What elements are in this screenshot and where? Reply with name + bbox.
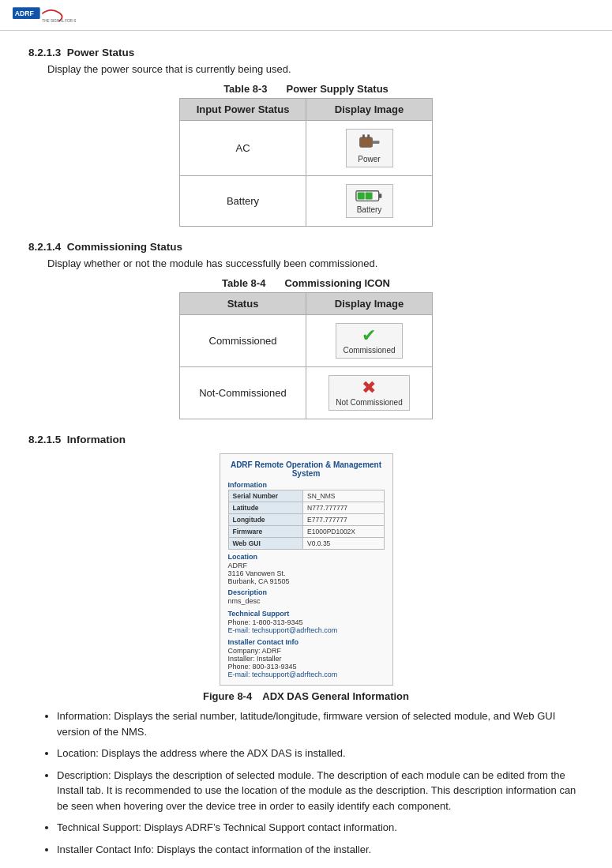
section-8213: 8.2.1.3 Power Status Display the power s… [28, 47, 584, 227]
table-8-4: Status Display Image Commissioned ✔ Comm… [179, 292, 433, 419]
tech-phone: Phone: 1-800-313-9345 [228, 618, 385, 626]
section-heading-8213: 8.2.1.3 Power Status [28, 47, 584, 58]
page-header: ADRF THE SIGNAL FOR SUCCESS [0, 0, 612, 31]
battery-icon [355, 188, 384, 204]
col-display-image-comm: Display Image [306, 293, 433, 315]
main-content: 8.2.1.3 Power Status Display the power s… [0, 31, 612, 868]
installer-company: Company: ADRF [228, 647, 385, 655]
figure-app-title: ADRF Remote Operation & Management Syste… [228, 460, 385, 478]
description-label: Description [228, 588, 385, 596]
table-row: AC Power [180, 121, 433, 176]
location-label: Location [228, 553, 385, 561]
tech-email: E-mail: techsupport@adrftech.com [228, 626, 385, 634]
latitude-key: Latitude [228, 502, 303, 514]
battery-icon-box: Battery [346, 184, 393, 218]
figure-8-4-container: ADRF Remote Operation & Management Syste… [28, 453, 584, 702]
list-item: Information: Displays the serial number,… [57, 708, 584, 739]
cross-icon: ✖ [362, 379, 376, 396]
section-heading-8215: 8.2.1.5 Information [28, 434, 584, 445]
list-item: Technical Support: Displays ADRF’s Techn… [57, 820, 584, 836]
checkmark-icon: ✔ [362, 327, 376, 344]
svg-text:THE SIGNAL FOR SUCCESS: THE SIGNAL FOR SUCCESS [42, 19, 76, 23]
table-row: Longitude E777.777777 [228, 514, 384, 526]
installer-phone: Phone: 800-313-9345 [228, 663, 385, 671]
svg-rect-3 [359, 137, 372, 147]
figure-caption: Figure 8-4 ADX DAS General Information [203, 690, 409, 702]
location-line-2: 3116 Vanowen St. [228, 569, 385, 577]
adrf-logo: ADRF THE SIGNAL FOR SUCCESS [13, 5, 76, 27]
not-commissioned-icon-label: Not Commissioned [336, 398, 402, 407]
tech-support-label: Technical Support [228, 610, 385, 618]
commissioned-icon-box: ✔ Commissioned [336, 323, 402, 359]
commissioned-icon-cell: ✔ Commissioned [306, 315, 433, 367]
logo-area: ADRF THE SIGNAL FOR SUCCESS [13, 5, 76, 27]
section-8215: 8.2.1.5 Information ADRF Remote Operatio… [28, 434, 584, 857]
battery-label-text: Battery [357, 205, 382, 214]
table-row: Commissioned ✔ Commissioned [180, 315, 433, 367]
list-item: Location: Displays the address where the… [57, 746, 584, 761]
bullet-list: Information: Displays the serial number,… [57, 708, 584, 857]
list-item: Description: Displays the description of… [57, 768, 584, 814]
table-8-4-caption: Table 8-4 Commissioning ICON [28, 277, 584, 289]
svg-rect-10 [365, 193, 372, 200]
col-display-image-power: Display Image [306, 99, 433, 121]
svg-rect-8 [378, 194, 381, 197]
installer-email: E-mail: techsupport@adrftech.com [228, 671, 385, 678]
installer-label: Installer Contact Info [228, 638, 385, 646]
table-row: Battery Battery [180, 176, 433, 227]
power-label: Power [358, 155, 380, 163]
webgui-key: Web GUI [228, 538, 303, 550]
table-8-3-caption: Table 8-3 Power Supply Status [28, 83, 584, 95]
section-para-8213: Display the power source that is current… [47, 63, 584, 75]
col-input-power-status: Input Power Status [180, 99, 306, 121]
section-para-8214: Display whether or not the module has su… [47, 257, 584, 269]
installer-name: Installer: Installer [228, 655, 385, 663]
not-commissioned-icon-cell: ✖ Not Commissioned [306, 367, 433, 419]
firmware-key: Firmware [228, 526, 303, 538]
ac-icon-box: Power [346, 129, 393, 167]
location-line-3: Burbank, CA 91505 [228, 577, 385, 585]
webgui-val: V0.0.35 [303, 538, 384, 550]
power-icon [357, 133, 382, 153]
list-item: Installer Contact Info: Displays the con… [57, 842, 584, 858]
section-8214: 8.2.1.4 Commissioning Status Display whe… [28, 241, 584, 419]
col-status: Status [180, 293, 306, 315]
info-section-label: Information [228, 481, 385, 489]
battery-label: Battery [180, 176, 306, 227]
info-table: Serial Number SN_NMS Latitude N777.77777… [228, 490, 385, 550]
battery-icon-cell: Battery [306, 176, 433, 227]
ac-icon-cell: Power [306, 121, 433, 176]
svg-text:ADRF: ADRF [15, 9, 34, 17]
section-heading-8214: 8.2.1.4 Commissioning Status [28, 241, 584, 253]
table-8-3: Input Power Status Display Image AC [179, 98, 433, 227]
longitude-val: E777.777777 [303, 514, 384, 526]
location-line-1: ADRF [228, 562, 385, 569]
svg-rect-5 [367, 134, 370, 137]
serial-number-val: SN_NMS [303, 490, 384, 502]
not-commissioned-label: Not-Commissioned [180, 367, 306, 419]
table-row: Not-Commissioned ✖ Not Commissioned [180, 367, 433, 419]
svg-rect-4 [362, 134, 365, 137]
latitude-val: N777.777777 [303, 502, 384, 514]
serial-number-key: Serial Number [228, 490, 303, 502]
svg-rect-9 [357, 193, 364, 200]
not-commissioned-icon-box: ✖ Not Commissioned [329, 375, 409, 411]
longitude-key: Longitude [228, 514, 303, 526]
table-row: Latitude N777.777777 [228, 502, 384, 514]
figure-box: ADRF Remote Operation & Management Syste… [220, 453, 393, 686]
table-row: Firmware E1000PD1002X [228, 526, 384, 538]
commissioned-icon-label: Commissioned [343, 346, 395, 355]
svg-rect-6 [372, 141, 379, 144]
commissioned-label: Commissioned [180, 315, 306, 367]
description-value: nms_desc [228, 597, 385, 605]
ac-label: AC [180, 121, 306, 176]
table-row: Serial Number SN_NMS [228, 490, 384, 502]
table-row: Web GUI V0.0.35 [228, 538, 384, 550]
firmware-val: E1000PD1002X [303, 526, 384, 538]
